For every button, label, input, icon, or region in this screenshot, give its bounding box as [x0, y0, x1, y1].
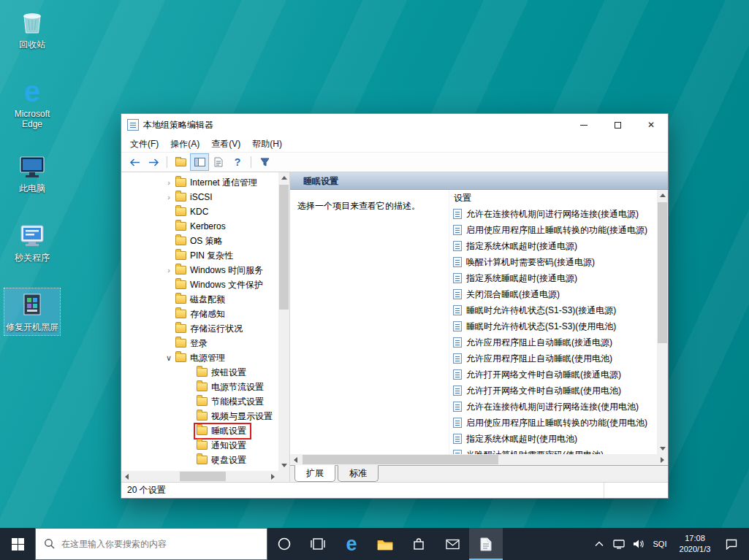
tree-item-content[interactable]: PIN 复杂性: [174, 249, 237, 263]
tree-item-content[interactable]: 电源管理: [174, 351, 229, 365]
forward-button[interactable]: [145, 154, 162, 170]
taskbar-search[interactable]: [35, 528, 267, 560]
network-button[interactable]: [609, 528, 628, 560]
tree-item[interactable]: 硬盘设置: [121, 453, 278, 467]
policy-setting-item[interactable]: 允许应用程序阻止自动睡眠(接通电源): [449, 334, 657, 350]
scrollbar-thumb[interactable]: [180, 472, 226, 481]
title-bar[interactable]: 本地组策略编辑器 ✕: [121, 114, 668, 136]
tree-item-content[interactable]: 节能模式设置: [195, 395, 267, 409]
view-tab[interactable]: 标准: [338, 465, 379, 482]
policy-setting-item[interactable]: 指定系统睡眠超时(接通电源): [449, 270, 657, 286]
menu-item[interactable]: 查看(V): [205, 137, 246, 152]
input-method-indicator[interactable]: SQI: [648, 540, 672, 548]
export-list-button[interactable]: [210, 154, 227, 170]
tree-item-content[interactable]: Internet 通信管理: [174, 176, 261, 190]
settings-vertical-scrollbar[interactable]: [657, 190, 668, 454]
tree-item[interactable]: 睡眠设置: [121, 423, 278, 438]
scroll-up-button[interactable]: [278, 172, 289, 183]
tree-item[interactable]: › Internet 通信管理: [121, 175, 278, 190]
filter-button[interactable]: [256, 154, 273, 170]
policy-setting-item[interactable]: 允许打开网络文件时自动睡眠(接通电源): [449, 367, 657, 383]
tree-horizontal-scrollbar[interactable]: [121, 471, 278, 482]
tree-item[interactable]: OS 策略: [121, 234, 278, 248]
maximize-button[interactable]: [601, 114, 634, 136]
tree-item-content[interactable]: iSCSI: [174, 191, 216, 203]
edge-taskbar-button[interactable]: e: [335, 528, 368, 560]
view-tab[interactable]: 扩展: [294, 465, 335, 482]
tree-item[interactable]: Kerberos: [121, 219, 278, 234]
tree-item-content[interactable]: 睡眠设置: [195, 424, 250, 438]
action-center-button[interactable]: [718, 528, 745, 560]
tree-item-content[interactable]: Windows 时间服务: [174, 264, 267, 277]
close-button[interactable]: ✕: [634, 114, 668, 136]
desktop-icon-this-pc[interactable]: 此电脑: [4, 150, 60, 196]
tree-item-content[interactable]: 存储运行状况: [174, 322, 246, 336]
scrollbar-track[interactable]: [657, 201, 668, 443]
scrollbar-thumb[interactable]: [658, 202, 667, 343]
scroll-up-button[interactable]: [657, 190, 668, 201]
expand-arrow-icon[interactable]: ›: [164, 193, 174, 202]
scroll-left-button[interactable]: [290, 454, 301, 465]
policy-setting-item[interactable]: 关闭混合睡眠(接通电源): [449, 286, 657, 302]
policy-setting-item[interactable]: 唤醒计算机时需要密码(接通电源): [449, 254, 657, 270]
tree-item[interactable]: 存储运行状况: [121, 321, 278, 336]
scrollbar-track[interactable]: [301, 454, 657, 465]
hidden-icons-button[interactable]: [589, 528, 609, 560]
scroll-down-button[interactable]: [278, 460, 289, 471]
desktop-icon-recycle-bin[interactable]: 回收站: [4, 6, 60, 53]
desktop-icon-edge[interactable]: e Microsoft Edge: [4, 75, 60, 133]
tree-item[interactable]: › Windows 时间服务: [121, 263, 278, 277]
policy-setting-item[interactable]: 允许在连接待机期间进行网络连接(接通电源): [449, 206, 657, 222]
tree-item-content[interactable]: 磁盘配额: [174, 293, 229, 307]
expand-arrow-icon[interactable]: ›: [164, 266, 174, 275]
tree-item[interactable]: 登录: [121, 336, 278, 350]
tree-vertical-scrollbar[interactable]: [278, 172, 289, 471]
menu-item[interactable]: 文件(F): [124, 137, 164, 152]
tree-item-content[interactable]: 登录: [174, 337, 211, 350]
scroll-right-button[interactable]: [267, 471, 278, 482]
file-explorer-button[interactable]: [368, 528, 402, 560]
menu-item[interactable]: 帮助(H): [246, 137, 288, 152]
scrollbar-track[interactable]: [278, 183, 289, 460]
tree-item-content[interactable]: 硬盘设置: [195, 453, 250, 467]
show-hide-console-tree-button[interactable]: [191, 154, 208, 170]
tree-item[interactable]: Windows 文件保护: [121, 277, 278, 292]
policy-setting-item[interactable]: 当唤醒计算机时需要密码(使用电池): [449, 447, 657, 454]
settings-horizontal-scrollbar[interactable]: [290, 454, 668, 465]
menu-item[interactable]: 操作(A): [164, 137, 205, 152]
scroll-right-button[interactable]: [657, 454, 668, 465]
cortana-button[interactable]: [267, 528, 301, 560]
scroll-down-button[interactable]: [657, 443, 668, 454]
policy-setting-item[interactable]: 允许应用程序阻止自动睡眠(使用电池): [449, 350, 657, 367]
back-button[interactable]: [126, 154, 143, 170]
scroll-left-button[interactable]: [121, 471, 132, 482]
tree-item[interactable]: 磁盘配额: [121, 292, 278, 307]
store-button[interactable]: [402, 528, 436, 560]
policy-setting-item[interactable]: 允许在连接待机期间进行网络连接(使用电池): [449, 399, 657, 415]
mail-button[interactable]: [436, 528, 469, 560]
gpedit-taskbar-button[interactable]: [469, 528, 503, 560]
tree-item[interactable]: PIN 复杂性: [121, 248, 278, 263]
tree-item[interactable]: 按钮设置: [121, 365, 278, 380]
policy-setting-item[interactable]: 指定系统休眠超时(使用电池): [449, 431, 657, 447]
tree-item-content[interactable]: 通知设置: [195, 439, 250, 453]
scrollbar-thumb[interactable]: [303, 455, 498, 464]
tree-item-content[interactable]: OS 策略: [174, 234, 227, 248]
tree-item-content[interactable]: 存储感知: [174, 307, 229, 321]
policy-setting-item[interactable]: 指定系统休眠超时(接通电源): [449, 238, 657, 254]
tree-item-content[interactable]: Windows 文件保护: [174, 278, 267, 292]
tree-item[interactable]: 通知设置: [121, 438, 278, 453]
tree-item[interactable]: 视频与显示设置: [121, 409, 278, 423]
scrollbar-track[interactable]: [132, 471, 267, 482]
task-view-button[interactable]: [301, 528, 335, 560]
start-button[interactable]: [0, 528, 35, 560]
help-button[interactable]: ?: [229, 154, 246, 170]
tree-item-content[interactable]: 电源节流设置: [195, 380, 267, 394]
tree-item-content[interactable]: 视频与显示设置: [195, 410, 276, 423]
policy-setting-item[interactable]: 睡眠时允许待机状态(S1-S3)(接通电源): [449, 302, 657, 318]
desktop-icon-quick-close-app[interactable]: 秒关程序: [4, 219, 60, 266]
up-one-level-button[interactable]: [172, 154, 189, 170]
tree-item[interactable]: KDC: [121, 204, 278, 219]
expand-arrow-icon[interactable]: ∨: [164, 353, 174, 363]
tree-item-content[interactable]: KDC: [174, 206, 212, 218]
